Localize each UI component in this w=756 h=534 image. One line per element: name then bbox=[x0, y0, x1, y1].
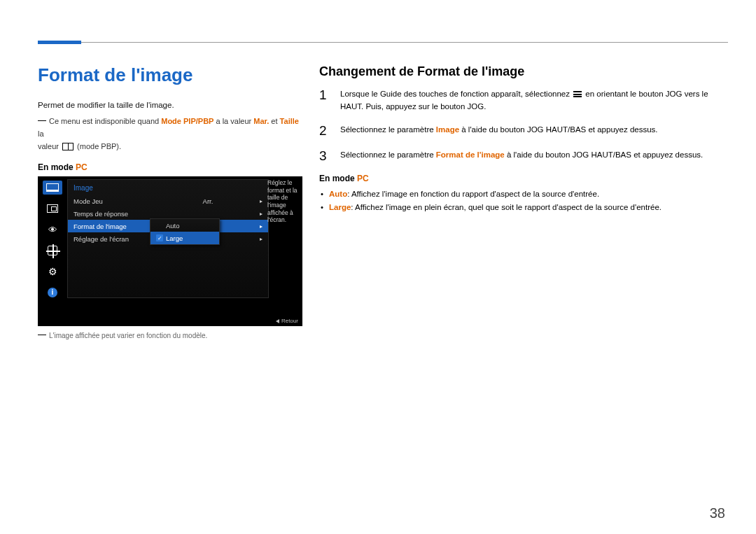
fn-et: et bbox=[269, 117, 279, 125]
bullet-auto: Auto: Affichez l'image en fonction du ra… bbox=[319, 188, 728, 202]
chevron-right-icon: ▸ bbox=[260, 211, 262, 217]
top-rule bbox=[81, 42, 728, 43]
osd-return: Retour bbox=[276, 318, 298, 324]
dash-icon bbox=[38, 335, 46, 335]
osd-icon-gear: ⚙ bbox=[43, 265, 62, 279]
menu-icon bbox=[573, 91, 582, 97]
intro-text: Permet de modifier la taille de l'image. bbox=[38, 99, 302, 111]
step-num-2: 2 bbox=[319, 123, 330, 139]
page-number: 38 bbox=[710, 505, 725, 521]
triangle-left-icon bbox=[276, 319, 279, 323]
mode-label-left: En mode PC bbox=[38, 162, 302, 172]
osd-row-modejeu: Mode JeuArr.▸ bbox=[68, 195, 268, 207]
chevron-right-icon: ▸ bbox=[260, 198, 262, 204]
osd-screenshot: 👁 ⚙ i Image Mode JeuArr.▸ Temps de répon… bbox=[38, 176, 302, 326]
step-2: 2 Sélectionnez le paramètre Image à l'ai… bbox=[319, 123, 728, 139]
step-text-3: Sélectionnez le paramètre Format de l'im… bbox=[340, 148, 728, 164]
fn-mode: Mode PIP/PBP bbox=[161, 117, 214, 125]
columns: Format de l'image Permet de modifier la … bbox=[38, 64, 728, 339]
osd-sub-large: ✓Large bbox=[150, 232, 219, 244]
osd-sidebar: 👁 ⚙ i bbox=[38, 176, 67, 326]
fn-mid: a la valeur bbox=[214, 117, 253, 125]
fn-la: la bbox=[38, 129, 44, 138]
subsection-title: Changement de Format de l'image bbox=[319, 64, 728, 79]
chevron-right-icon: ▸ bbox=[260, 236, 262, 242]
accent-bar bbox=[38, 41, 81, 44]
osd-icon-info: i bbox=[43, 286, 62, 300]
pbp-mode-icon bbox=[62, 143, 74, 150]
bullet-large: Large: Affichez l'image en plein écran, … bbox=[319, 201, 728, 215]
section-title: Format de l'image bbox=[38, 64, 302, 86]
dash-icon bbox=[38, 120, 46, 121]
left-column: Format de l'image Permet de modifier la … bbox=[38, 64, 302, 339]
osd-sub-auto: Auto bbox=[150, 219, 219, 232]
step-num-3: 3 bbox=[319, 148, 330, 164]
page: Format de l'image Permet de modifier la … bbox=[0, 0, 756, 534]
osd-icon-target bbox=[43, 244, 62, 258]
footnote: Ce menu est indisponible quand Mode PIP/… bbox=[38, 115, 302, 153]
step-3: 3 Sélectionnez le paramètre Format de l'… bbox=[319, 148, 728, 164]
fn-pbp: (mode PBP). bbox=[75, 142, 121, 150]
check-icon: ✓ bbox=[156, 234, 163, 241]
fn-valeur: valeur bbox=[38, 142, 61, 150]
step-text-2: Sélectionnez le paramètre Image à l'aide… bbox=[340, 123, 728, 139]
chevron-right-icon: ▸ bbox=[260, 223, 262, 230]
osd-icon-pip bbox=[43, 202, 62, 216]
right-column: Changement de Format de l'image 1 Lorsqu… bbox=[319, 64, 728, 339]
mode-pc: PC bbox=[76, 162, 88, 172]
steps-list: 1 Lorsque le Guide des touches de foncti… bbox=[319, 87, 728, 164]
osd-submenu: Auto ✓Large bbox=[150, 218, 220, 245]
fn-mar: Mar. bbox=[253, 117, 269, 125]
mode-label-right: En mode PC bbox=[319, 174, 728, 183]
fn-pre: Ce menu est indisponible quand bbox=[49, 117, 161, 125]
osd-icon-eye: 👁 bbox=[43, 223, 62, 237]
step-text-1: Lorsque le Guide des touches de fonction… bbox=[340, 87, 728, 113]
mode-prefix: En mode bbox=[38, 162, 76, 172]
step-num-1: 1 bbox=[319, 87, 330, 113]
bullet-list: Auto: Affichez l'image en fonction du ra… bbox=[319, 188, 728, 215]
fn-taille: Taille bbox=[280, 117, 299, 125]
step-1: 1 Lorsque le Guide des touches de foncti… bbox=[319, 87, 728, 113]
osd-description: Réglez le format et la taille de l'image… bbox=[267, 179, 300, 224]
image-note: L'image affichée peut varier en fonction… bbox=[38, 332, 302, 339]
osd-panel-title: Image bbox=[68, 180, 268, 195]
osd-icon-image bbox=[43, 181, 62, 195]
